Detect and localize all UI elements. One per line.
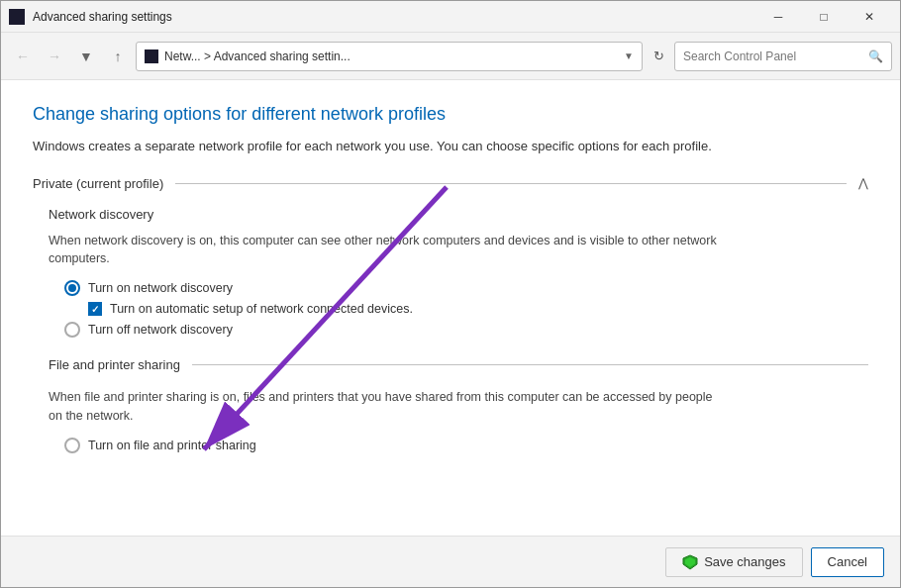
turn-on-sharing-radio[interactable] [64,438,80,453]
main-window: Advanced sharing settings ─ □ ✕ ← → ▼ ↑ … [0,0,901,588]
bottom-bar: Save changes Cancel [1,536,900,587]
shield-save-icon [682,554,698,570]
file-sharing-options: Turn on file and printer sharing [64,438,868,453]
navigation-bar: ← → ▼ ↑ Netw... > Advanced sharing setti… [1,33,900,80]
file-sharing-section-header: File and printer sharing [49,357,868,372]
turn-on-discovery-label: Turn on network discovery [88,281,233,295]
private-section-header: Private (current profile) ⋀ [33,176,868,191]
cancel-button[interactable]: Cancel [811,547,884,577]
page-title: Change sharing options for different net… [33,104,868,125]
app-icon [9,9,25,25]
address-breadcrumb: Netw... > Advanced sharing settin... [164,49,618,63]
forward-button[interactable]: → [41,43,68,70]
network-discovery-options: Turn on network discovery Turn on automa… [64,280,868,338]
file-sharing-section-title: File and printer sharing [49,357,180,372]
address-bar[interactable]: Netw... > Advanced sharing settin... ▼ [136,42,643,71]
turn-off-discovery-label: Turn off network discovery [88,323,233,337]
turn-on-sharing-option[interactable]: Turn on file and printer sharing [64,438,868,453]
file-sharing-divider [192,364,868,365]
recent-locations-button[interactable]: ▼ [72,43,100,70]
address-dropdown-icon: ▼ [624,50,634,61]
network-location-icon [145,49,158,63]
private-section-title: Private (current profile) [33,176,163,191]
page-description: Windows creates a separate network profi… [33,137,746,156]
save-changes-label: Save changes [704,554,785,569]
file-printer-sharing-subsection: File and printer sharing When file and p… [49,357,868,453]
window-title: Advanced sharing settings [33,10,755,24]
auto-setup-checkbox[interactable] [88,302,102,316]
turn-on-sharing-label: Turn on file and printer sharing [88,439,256,452]
back-button[interactable]: ← [9,43,37,70]
window-controls: ─ □ ✕ [755,1,892,33]
search-icon[interactable]: 🔍 [868,49,883,63]
turn-off-discovery-option[interactable]: Turn off network discovery [64,322,868,338]
file-sharing-description: When file and printer sharing is on, fil… [49,388,722,426]
turn-off-discovery-radio[interactable] [64,322,80,338]
up-button[interactable]: ↑ [104,43,132,70]
titlebar: Advanced sharing settings ─ □ ✕ [1,1,900,33]
auto-setup-label: Turn on automatic setup of network conne… [110,302,413,316]
minimize-button[interactable]: ─ [755,1,801,33]
turn-on-discovery-radio[interactable] [64,280,80,296]
turn-on-discovery-option[interactable]: Turn on network discovery [64,280,868,296]
search-bar[interactable]: 🔍 [674,42,892,71]
network-discovery-title: Network discovery [49,207,868,222]
save-changes-button[interactable]: Save changes [665,547,802,577]
search-input[interactable] [683,49,864,63]
maximize-button[interactable]: □ [801,1,847,33]
network-discovery-subsection: Network discovery When network discovery… [49,207,868,339]
auto-setup-option[interactable]: Turn on automatic setup of network conne… [88,302,868,316]
section-divider [175,183,847,184]
refresh-button[interactable]: ↻ [647,45,670,68]
section-collapse-icon[interactable]: ⋀ [858,176,868,190]
network-discovery-description: When network discovery is on, this compu… [49,232,722,269]
main-content: Change sharing options for different net… [1,80,900,536]
close-button[interactable]: ✕ [847,1,892,33]
